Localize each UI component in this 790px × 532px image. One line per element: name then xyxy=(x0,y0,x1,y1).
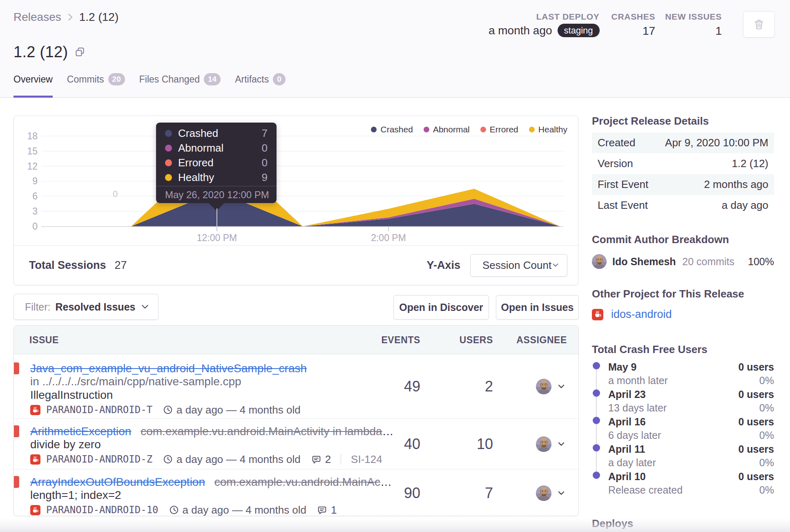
issue-title-link[interactable]: Java_com_example_vu_android_NativeSample… xyxy=(30,362,307,375)
issue-message: divide by zero xyxy=(30,438,395,451)
timeline-users: 0 users xyxy=(738,389,774,400)
clock-icon xyxy=(169,505,179,515)
issue-comment-count: 2 xyxy=(325,453,331,466)
issue-title-link[interactable]: ArrayIndexOutOfBoundsException xyxy=(30,476,205,488)
legend-item-abnormal[interactable]: Abnormal xyxy=(424,125,470,134)
tooltip-series-dot xyxy=(165,159,172,166)
assignee-dropdown[interactable] xyxy=(536,379,566,394)
coffee-icon xyxy=(31,506,39,514)
tab-commits[interactable]: Commits20 xyxy=(67,73,125,98)
legend-label: Healthy xyxy=(538,125,567,134)
timeline-users: 0 users xyxy=(738,444,774,454)
issue-row: ArrayIndexOutOfBoundsException com.examp… xyxy=(14,469,578,516)
column-header-issue: ISSUE xyxy=(29,326,59,354)
assignee-avatar xyxy=(536,436,551,452)
tooltip-row-abnormal: Abnormal0 xyxy=(165,141,268,155)
timeline-item-may-9: May 9a month later0 users0% xyxy=(592,362,774,389)
environment-badge: staging xyxy=(558,24,600,37)
tooltip-series-name: Abnormal xyxy=(178,142,262,154)
issue-annotation[interactable]: SI-124 xyxy=(351,453,382,466)
tab-label: Commits xyxy=(67,74,104,85)
chevron-down-icon xyxy=(557,382,566,391)
legend-item-errored[interactable]: Errored xyxy=(480,125,518,134)
chart-legend: CrashedAbnormalErroredHealthy xyxy=(371,125,567,134)
timeline-note: Release created xyxy=(608,485,774,495)
author-name: Ido Shemesh xyxy=(612,256,676,268)
release-details-rows: CreatedApr 9, 2020 10:00 PMVersion1.2 (1… xyxy=(592,132,774,216)
breadcrumb-releases-link[interactable]: Releases xyxy=(13,11,61,24)
chevron-down-icon xyxy=(140,302,150,312)
copy-icon[interactable] xyxy=(74,47,85,58)
assignee-avatar xyxy=(536,379,551,394)
meta-divider xyxy=(341,454,341,465)
commit-author-row: Ido Shemesh20 commits100% xyxy=(592,254,774,269)
tooltip-series-dot xyxy=(165,130,172,137)
filter-label: Filter: xyxy=(25,301,51,313)
assignee-dropdown[interactable] xyxy=(536,436,566,452)
section-heading-crash-free-users: Total Crash Free Users xyxy=(592,344,774,355)
issues-filter-dropdown[interactable]: Filter: Resolved Issues xyxy=(13,294,158,320)
issue-age: a day ago — 4 months old xyxy=(183,504,307,516)
timeline-note: 6 days later xyxy=(608,430,774,440)
crashes-value: 17 xyxy=(643,25,655,37)
tooltip-series-value: 0 xyxy=(262,142,268,154)
svg-text:18: 18 xyxy=(27,131,38,141)
issue-events-count: 90 xyxy=(404,485,420,502)
detail-row-created: CreatedApr 9, 2020 10:00 PM xyxy=(592,132,774,153)
timeline-item-april-23: April 2313 days later0 users0% xyxy=(592,389,774,416)
chevron-down-icon xyxy=(557,489,566,498)
issue-users-count: 7 xyxy=(485,485,493,502)
issues-table-body: Java_com_example_vu_android_NativeSample… xyxy=(14,354,578,516)
project-avatar xyxy=(30,405,40,415)
tab-files-changed[interactable]: Files Changed14 xyxy=(139,73,221,98)
tooltip-series-value: 0 xyxy=(262,156,268,169)
timeline-users: 0 users xyxy=(738,471,774,482)
detail-row-version: Version1.2 (12) xyxy=(592,153,774,174)
tooltip-row-crashed: Crashed7 xyxy=(165,126,268,141)
author-commit-count: 20 commits xyxy=(682,256,734,268)
tooltip-series-name: Errored xyxy=(178,156,262,169)
svg-text:0: 0 xyxy=(32,221,38,232)
tab-label: Artifacts xyxy=(235,74,269,85)
total-sessions-value: 27 xyxy=(115,259,127,272)
section-heading-deploys: Deploys xyxy=(592,518,774,529)
tooltip-series-value: 9 xyxy=(262,171,268,184)
delete-release-button[interactable] xyxy=(743,11,775,38)
svg-text:12: 12 xyxy=(27,161,38,172)
timeline-percent: 0% xyxy=(759,375,774,386)
issue-events-count: 49 xyxy=(404,378,420,395)
issue-title-link[interactable]: ArithmeticException xyxy=(30,425,131,438)
timeline-dot xyxy=(593,362,600,369)
assignee-dropdown[interactable] xyxy=(536,485,566,501)
other-project-link[interactable]: idos-android xyxy=(611,308,672,321)
column-header-users: USERS xyxy=(460,326,493,354)
tab-artifacts[interactable]: Artifacts0 xyxy=(235,73,286,98)
last-deploy-value: a month ago xyxy=(489,25,552,37)
open-in-issues-button[interactable]: Open in Issues xyxy=(496,295,579,320)
y-axis-select[interactable]: Session Count xyxy=(470,254,567,277)
detail-row-last-event: Last Eventa day ago xyxy=(592,195,774,216)
sessions-area-chart[interactable]: 036912151812:00 PM2:00 PM xyxy=(14,116,578,245)
legend-item-crashed[interactable]: Crashed xyxy=(371,125,413,134)
legend-dot xyxy=(480,127,486,132)
legend-dot xyxy=(424,127,429,132)
issue-level-indicator xyxy=(14,476,19,488)
column-header-events: EVENTS xyxy=(381,326,420,354)
tooltip-series-dot xyxy=(165,145,172,152)
project-avatar xyxy=(30,454,40,465)
author-avatar xyxy=(592,254,607,269)
section-heading-release-details: Project Release Details xyxy=(592,116,774,127)
legend-label: Abnormal xyxy=(433,125,470,134)
svg-text:15: 15 xyxy=(27,146,38,156)
crashes-stat: CRASHES 17 xyxy=(611,11,656,37)
legend-item-healthy[interactable]: Healthy xyxy=(529,125,567,134)
tab-count-badge: 20 xyxy=(108,73,125,85)
tab-label: Files Changed xyxy=(139,74,200,85)
timeline-percent: 0% xyxy=(759,485,774,495)
timeline-users: 0 users xyxy=(738,416,774,427)
tab-overview[interactable]: Overview xyxy=(13,73,53,98)
last-deploy-label: LAST DEPLOY xyxy=(536,12,600,21)
open-in-discover-button[interactable]: Open in Discover xyxy=(393,295,489,320)
author-percent: 100% xyxy=(748,256,774,268)
tab-label: Overview xyxy=(13,74,53,85)
